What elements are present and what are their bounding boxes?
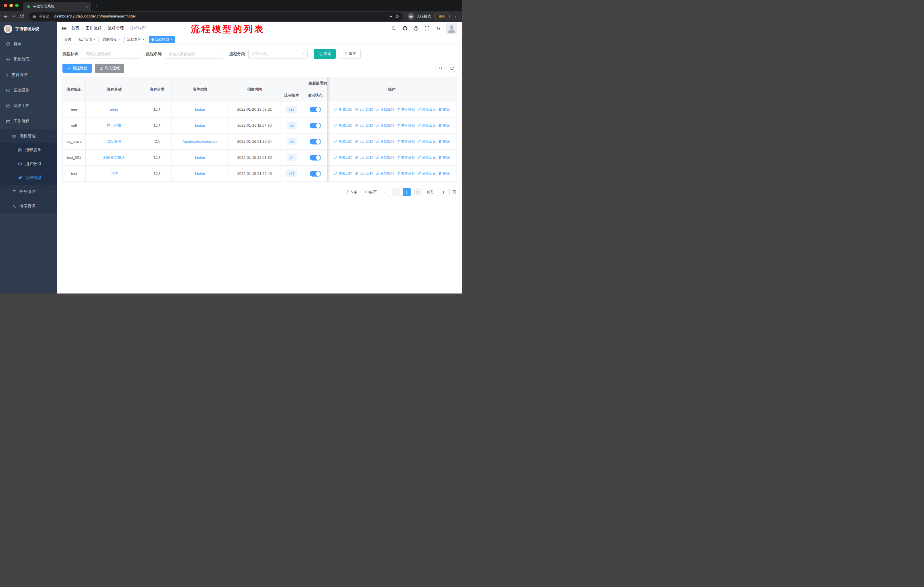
sidebar-item-process-form[interactable]: 流程表单 (0, 143, 57, 157)
assign-action-link[interactable]: 分配规则 (376, 107, 394, 112)
sidebar-item-infra[interactable]: 基础设施 (0, 83, 57, 98)
process-category-select[interactable]: 流程分类 (248, 49, 308, 59)
definition-action-link[interactable]: 流程定义 (417, 107, 436, 112)
design-action-link[interactable]: 设计流程 (355, 123, 373, 128)
sidebar-item-user-group[interactable]: 用户分组 (0, 157, 57, 171)
close-window-button[interactable] (4, 4, 7, 7)
tab-close-icon[interactable]: × (86, 4, 88, 9)
tab-close-icon[interactable]: × (118, 38, 120, 41)
edit-action-link[interactable]: 修改流程 (334, 123, 352, 128)
tab-my-process[interactable]: 我的流程× (100, 36, 123, 43)
design-action-link[interactable]: 设计流程 (355, 155, 373, 160)
form-info-link[interactable]: biubiu (195, 123, 205, 127)
minimize-window-button[interactable] (10, 4, 13, 7)
delete-action-link[interactable]: 删除 (439, 107, 450, 112)
assign-action-link[interactable]: 分配规则 (376, 155, 394, 160)
publish-action-link[interactable]: 发布流程 (397, 123, 415, 128)
active-toggle[interactable] (310, 155, 321, 160)
form-info-link[interactable]: /bpm/oa/leave/create (183, 139, 218, 144)
tab-tenant-mgmt[interactable]: 租户管理× (76, 36, 99, 43)
import-process-button[interactable]: 导入流程 (95, 64, 124, 73)
breadcrumb-item-home[interactable]: 首页 (71, 26, 79, 31)
tab-close-icon[interactable]: × (94, 38, 96, 41)
breadcrumb-item-process-mgmt[interactable]: 流程管理 (108, 26, 124, 31)
publish-action-link[interactable]: 发布流程 (397, 171, 415, 176)
delete-action-link[interactable]: 删除 (439, 123, 450, 128)
process-name-link[interactable]: 测试多审批人 (103, 155, 125, 160)
sidebar-item-home[interactable]: 首页 (0, 36, 57, 51)
sidebar-item-payment[interactable]: ¥支付管理 (0, 67, 57, 83)
form-info-link[interactable]: biubiu (195, 107, 205, 111)
forward-icon[interactable] (12, 14, 16, 19)
browser-tab[interactable]: 芋道管理系统 × (23, 2, 91, 11)
active-toggle[interactable] (310, 171, 321, 177)
user-avatar[interactable] (446, 23, 457, 34)
update-button[interactable]: 更新 (434, 13, 450, 20)
sidebar-item-process-model[interactable]: 流程模型 (0, 171, 57, 185)
next-page-button[interactable] (414, 188, 422, 196)
sidebar-logo[interactable]: 芋道管理系统 (0, 22, 57, 36)
search-button[interactable]: 搜索 (314, 49, 336, 59)
prev-page-button[interactable] (392, 188, 400, 196)
reset-button[interactable]: 重置 (338, 49, 361, 59)
edit-action-link[interactable]: 修改流程 (334, 107, 352, 112)
assign-action-link[interactable]: 分配规则 (376, 123, 394, 128)
active-toggle[interactable] (310, 139, 321, 144)
process-name-link[interactable]: 滔博 (111, 171, 118, 176)
delete-action-link[interactable]: 删除 (439, 171, 450, 176)
tab-process-model[interactable]: 流程模型× (148, 36, 175, 43)
edit-action-link[interactable]: 修改流程 (334, 171, 352, 176)
design-action-link[interactable]: 设计流程 (355, 139, 373, 144)
github-icon[interactable] (402, 25, 408, 31)
sidebar-item-devtools[interactable]: 研发工具 (0, 98, 57, 114)
edit-action-link[interactable]: 修改流程 (334, 155, 352, 160)
definition-action-link[interactable]: 流程定义 (417, 139, 436, 144)
form-info-link[interactable]: biubiu (195, 155, 205, 160)
assign-action-link[interactable]: 分配规则 (376, 139, 394, 144)
address-bar[interactable]: 不安全 dashboard.yudao.iocoder.cn/bpm/manag… (29, 12, 403, 21)
tab-process-form[interactable]: 流程表单× (124, 36, 147, 43)
bookmark-star-icon[interactable] (395, 14, 399, 19)
font-size-icon[interactable] (436, 26, 441, 31)
reload-icon[interactable] (20, 14, 24, 19)
sidebar-toggle-icon[interactable] (61, 26, 67, 31)
publish-action-link[interactable]: 发布流程 (397, 107, 415, 112)
process-key-input[interactable] (82, 49, 141, 59)
page-size-select[interactable]: 10条/页 (362, 188, 389, 196)
publish-action-link[interactable]: 发布流程 (397, 139, 415, 144)
tab-close-icon[interactable]: × (170, 38, 172, 41)
assign-action-link[interactable]: 分配规则 (376, 171, 394, 176)
process-name-link[interactable]: OA 请假 (107, 139, 121, 144)
create-process-button[interactable]: 新建流程 (63, 64, 92, 73)
tab-home[interactable]: 首页 (61, 36, 74, 43)
sidebar-item-workflow[interactable]: 工作流程 (0, 114, 57, 129)
tab-close-icon[interactable]: × (142, 38, 144, 41)
help-icon[interactable] (414, 26, 419, 31)
process-name-input[interactable] (165, 49, 224, 59)
definition-action-link[interactable]: 流程定义 (417, 171, 436, 176)
active-toggle[interactable] (310, 123, 321, 128)
active-toggle[interactable] (310, 107, 321, 112)
back-icon[interactable] (3, 14, 8, 19)
definition-action-link[interactable]: 流程定义 (417, 123, 436, 128)
delete-action-link[interactable]: 删除 (439, 155, 450, 160)
design-action-link[interactable]: 设计流程 (355, 171, 373, 176)
form-info-link[interactable]: biubiu (195, 171, 205, 176)
show-search-button[interactable] (436, 64, 445, 73)
sidebar-item-leave-query[interactable]: 请假查询 (0, 199, 57, 213)
delete-action-link[interactable]: 删除 (439, 139, 450, 144)
definition-action-link[interactable]: 流程定义 (417, 155, 436, 160)
sidebar-item-system[interactable]: 系统管理 (0, 51, 57, 67)
process-name-link[interactable]: eeee (110, 107, 118, 111)
goto-page-input[interactable] (437, 188, 450, 196)
zoom-window-button[interactable] (15, 4, 19, 7)
header-search-icon[interactable] (391, 26, 396, 31)
refresh-table-button[interactable] (448, 64, 456, 73)
breadcrumb-item-workflow[interactable]: 工作流程 (86, 26, 102, 31)
fullscreen-icon[interactable] (424, 26, 430, 31)
edit-action-link[interactable]: 修改流程 (334, 139, 352, 144)
process-name-link[interactable]: 自己审批 (107, 123, 122, 127)
sidebar-item-process-mgmt[interactable]: 流程管理 (0, 129, 57, 143)
design-action-link[interactable]: 设计流程 (355, 107, 373, 112)
sidebar-item-task-mgmt[interactable]: 任务管理 (0, 185, 57, 199)
